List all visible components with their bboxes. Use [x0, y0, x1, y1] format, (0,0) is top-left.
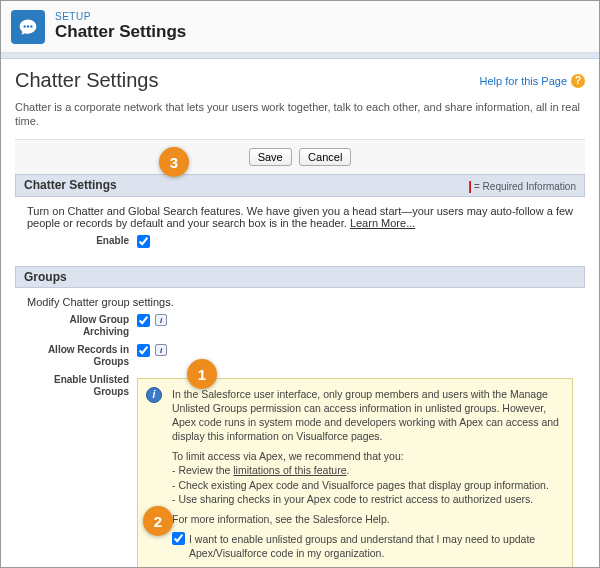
enable-unlisted-label: Enable Unlisted Groups	[27, 374, 137, 398]
section-header-groups: Groups	[15, 266, 585, 288]
info-icon[interactable]: i	[155, 314, 167, 326]
chatter-description: Turn on Chatter and Global Search featur…	[27, 205, 573, 229]
speech-bubble-icon	[18, 17, 38, 37]
section-header-chatter: Chatter Settings |= Required Information	[15, 174, 585, 197]
info-icon[interactable]: i	[155, 344, 167, 356]
cancel-button[interactable]: Cancel	[299, 148, 351, 166]
chatter-icon	[11, 10, 45, 44]
callout-1: 1	[187, 359, 217, 389]
section-title: Groups	[24, 270, 67, 284]
section-title: Chatter Settings	[24, 178, 117, 192]
unlisted-info-box: i In the Salesforce user interface, only…	[137, 378, 573, 568]
info-badge-icon: i	[146, 387, 162, 403]
callout-2: 2	[143, 506, 173, 536]
help-link-text: Help for this Page	[480, 75, 567, 87]
page-title: Chatter Settings	[15, 69, 158, 92]
allow-archiving-label: Allow Group Archiving	[27, 314, 137, 338]
info-paragraph: For more information, see the Salesforce…	[172, 512, 562, 526]
enable-label: Enable	[27, 235, 137, 247]
required-legend: |= Required Information	[468, 178, 576, 193]
callout-3: 3	[159, 147, 189, 177]
enable-checkbox[interactable]	[137, 235, 150, 248]
confirm-unlisted-label: I want to enable unlisted groups and und…	[189, 532, 562, 560]
allow-records-label: Allow Records in Groups	[27, 344, 137, 368]
setup-header: SETUP Chatter Settings	[1, 1, 599, 53]
groups-description: Modify Chatter group settings.	[27, 296, 573, 308]
allow-records-checkbox[interactable]	[137, 344, 150, 357]
info-paragraph: To limit access via Apex, we recommend t…	[172, 449, 562, 506]
allow-archiving-checkbox[interactable]	[137, 314, 150, 327]
limitations-link[interactable]: limitations of this feature	[233, 464, 346, 476]
intro-text: Chatter is a corporate network that lets…	[15, 100, 585, 129]
breadcrumb: SETUP	[55, 11, 186, 22]
save-button[interactable]: Save	[249, 148, 292, 166]
button-bar: Save Cancel	[15, 139, 585, 174]
learn-more-link[interactable]: Learn More...	[350, 217, 415, 229]
help-link[interactable]: Help for this Page ?	[480, 74, 585, 88]
page-header-title: Chatter Settings	[55, 22, 186, 42]
help-icon: ?	[571, 74, 585, 88]
info-paragraph: In the Salesforce user interface, only g…	[172, 387, 562, 444]
confirm-unlisted-checkbox[interactable]	[172, 532, 185, 545]
